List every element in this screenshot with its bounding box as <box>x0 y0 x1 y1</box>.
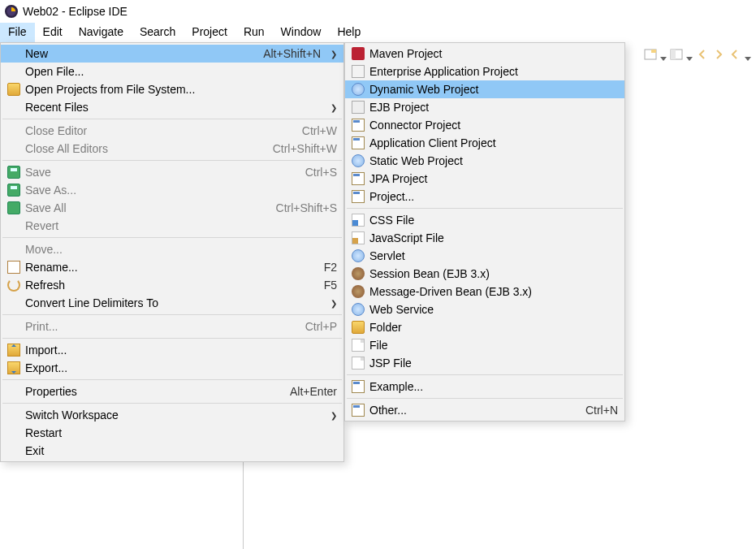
globe-icon <box>352 303 365 316</box>
menu-item-label: Exit <box>25 444 337 457</box>
folderopen-icon <box>7 83 20 96</box>
maven-icon <box>352 47 365 60</box>
new-menu-item-dynamic-web-project[interactable]: Dynamic Web Project <box>345 80 624 98</box>
file-menu-item-refresh[interactable]: RefreshF5 <box>1 276 343 294</box>
file-icon <box>352 357 365 370</box>
new-menu-item-example[interactable]: Example... <box>345 378 624 396</box>
ear-icon <box>352 65 365 78</box>
refresh-icon <box>7 279 20 292</box>
menu-item-label: Application Client Project <box>369 136 618 149</box>
file-menu-item-separator <box>2 379 342 380</box>
menu-item-label: Import... <box>25 344 337 357</box>
new-menu-item-other[interactable]: Other...Ctrl+N <box>345 401 624 419</box>
menu-item-label: Save <box>25 166 286 179</box>
menubar-item-navigate[interactable]: Navigate <box>71 23 132 42</box>
new-menu-item-separator <box>347 374 623 375</box>
rename-icon <box>7 261 20 274</box>
menu-item-label: Folder <box>369 321 618 334</box>
perspective-icon[interactable] <box>644 48 657 61</box>
js-icon <box>352 231 365 244</box>
new-menu-item-css-file[interactable]: CSS File <box>345 211 624 229</box>
new-menu-item-project[interactable]: Project... <box>345 188 624 205</box>
globe-icon <box>352 249 365 262</box>
dropdown-arrow-icon[interactable] <box>660 51 667 58</box>
menu-item-label: Session Bean (EJB 3.x) <box>369 267 618 280</box>
new-menu-item-enterprise-application-project[interactable]: Enterprise Application Project <box>345 63 624 80</box>
ejb-icon <box>352 101 365 114</box>
new-menu-item-javascript-file[interactable]: JavaScript File <box>345 229 624 247</box>
file-menu-item-recent-files[interactable]: Recent Files❯ <box>1 98 343 116</box>
menubar-item-run[interactable]: Run <box>235 23 273 42</box>
file-menu-item-open-file[interactable]: Open File... <box>1 63 343 80</box>
new-menu-item-jpa-project[interactable]: JPA Project <box>345 170 624 188</box>
globe-icon <box>352 83 365 96</box>
menu-item-label: Close All Editors <box>25 142 253 155</box>
menubar-item-edit[interactable]: Edit <box>35 23 71 42</box>
menu-item-label: Refresh <box>25 279 305 292</box>
new-menu-item-static-web-project[interactable]: Static Web Project <box>345 152 624 170</box>
menubar-item-window[interactable]: Window <box>273 23 330 42</box>
menu-item-label: Open File... <box>25 65 337 78</box>
submenu-arrow-icon: ❯ <box>330 50 337 58</box>
bean-icon <box>352 267 365 280</box>
new-menu-item-folder[interactable]: Folder <box>345 318 624 336</box>
file-menu: NewAlt+Shift+N❯Open File...Open Projects… <box>0 42 344 462</box>
menu-item-accelerator: Ctrl+W <box>302 124 337 137</box>
file-menu-item-switch-workspace[interactable]: Switch Workspace❯ <box>1 406 343 424</box>
export-icon <box>7 361 20 374</box>
menu-item-label: Rename... <box>25 261 305 274</box>
import-icon <box>7 344 20 357</box>
menubar-item-help[interactable]: Help <box>329 23 369 42</box>
menu-bar: FileEditNavigateSearchProjectRunWindowHe… <box>0 23 756 42</box>
new-menu-item-servlet[interactable]: Servlet <box>345 247 624 265</box>
file-menu-item-properties[interactable]: PropertiesAlt+Enter <box>1 383 343 400</box>
new-submenu: Maven ProjectEnterprise Application Proj… <box>344 42 625 421</box>
menubar-item-file[interactable]: File <box>0 23 35 42</box>
new-menu-item-web-service[interactable]: Web Service <box>345 300 624 318</box>
menu-item-label: Message-Driven Bean (EJB 3.x) <box>369 285 618 298</box>
menu-item-label: Export... <box>25 361 337 374</box>
new-menu-item-message-driven-bean-ejb-3-x[interactable]: Message-Driven Bean (EJB 3.x) <box>345 283 624 300</box>
new-menu-item-maven-project[interactable]: Maven Project <box>345 45 624 63</box>
file-menu-item-open-projects-from-file-system[interactable]: Open Projects from File System... <box>1 80 343 98</box>
menu-item-label: Convert Line Delimiters To <box>25 296 321 309</box>
menu-item-label: Connector Project <box>369 119 618 132</box>
file-menu-item-new[interactable]: NewAlt+Shift+N❯ <box>1 45 343 63</box>
menu-item-label: EJB Project <box>369 101 618 114</box>
submenu-arrow-icon: ❯ <box>330 103 337 112</box>
file-menu-item-restart[interactable]: Restart <box>1 424 343 442</box>
new-menu-item-file[interactable]: File <box>345 336 624 354</box>
file-menu-item-rename[interactable]: Rename...F2 <box>1 258 343 276</box>
menu-item-label: File <box>369 339 618 352</box>
file-menu-item-close-editor: Close EditorCtrl+W <box>1 122 343 140</box>
eclipse-logo-icon <box>5 5 18 18</box>
back-icon[interactable] <box>696 48 709 61</box>
menu-item-label: JSP File <box>369 357 618 370</box>
file-menu-item-save-as: Save As... <box>1 181 343 199</box>
file-menu-item-save: SaveCtrl+S <box>1 163 343 181</box>
new-menu-item-application-client-project[interactable]: Application Client Project <box>345 134 624 152</box>
menu-item-label: Dynamic Web Project <box>369 83 618 96</box>
menubar-item-project[interactable]: Project <box>184 23 235 42</box>
back-icon[interactable] <box>728 48 741 61</box>
forward-icon[interactable] <box>712 48 725 61</box>
menu-item-label: JavaScript File <box>369 231 618 244</box>
new-menu-item-session-bean-ejb-3-x[interactable]: Session Bean (EJB 3.x) <box>345 265 624 283</box>
menubar-item-search[interactable]: Search <box>132 23 184 42</box>
file-menu-item-exit[interactable]: Exit <box>1 442 343 460</box>
perspective-icon[interactable] <box>670 48 683 61</box>
menu-item-label: Recent Files <box>25 101 321 114</box>
new-menu-item-jsp-file[interactable]: JSP File <box>345 354 624 372</box>
bean-icon <box>352 285 365 298</box>
file-menu-item-convert-line-delimiters-to[interactable]: Convert Line Delimiters To❯ <box>1 294 343 312</box>
file-icon <box>352 339 365 352</box>
dropdown-arrow-icon[interactable] <box>745 51 751 58</box>
menu-item-accelerator: Ctrl+Shift+S <box>276 201 337 214</box>
file-menu-item-export[interactable]: Export... <box>1 359 343 377</box>
menu-item-label: Move... <box>25 243 337 256</box>
file-menu-item-import[interactable]: Import... <box>1 341 343 359</box>
new-menu-item-connector-project[interactable]: Connector Project <box>345 116 624 134</box>
menu-item-accelerator: F2 <box>324 261 337 274</box>
new-menu-item-ejb-project[interactable]: EJB Project <box>345 98 624 116</box>
dropdown-arrow-icon[interactable] <box>686 51 693 58</box>
